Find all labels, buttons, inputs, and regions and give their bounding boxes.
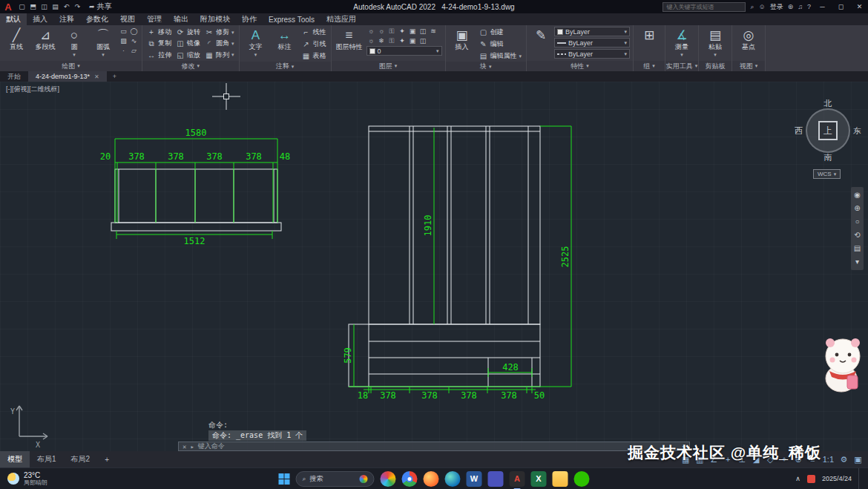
viewcube-south[interactable]: 南 <box>824 152 832 163</box>
object-color-dropdown[interactable]: ByLayer ▾ <box>554 27 630 36</box>
ribbon-tab-addins[interactable]: 附加模块 <box>194 13 236 25</box>
taskbar-app-teams[interactable] <box>488 471 504 487</box>
panel-label-layers[interactable]: 图层 ▾ <box>332 61 445 71</box>
scale-button[interactable]: ◱ 缩放 <box>174 50 202 61</box>
layout2-tab[interactable]: 布局2 <box>64 451 98 467</box>
layer-unlock-icon[interactable]: ⚿ <box>387 36 397 45</box>
mirror-button[interactable]: ◫ 镜像 <box>174 38 202 49</box>
edit-block-button[interactable]: ✎ 编辑 <box>478 39 524 50</box>
orbit-icon[interactable]: ⟲ <box>854 232 860 239</box>
taskbar-app-photos[interactable] <box>381 471 396 487</box>
show-desktop-button[interactable] <box>858 468 861 489</box>
zoom-icon[interactable]: ○ <box>855 218 859 226</box>
linetype-dropdown[interactable]: ByLayer ▾ <box>554 49 630 59</box>
viewcube-face[interactable]: 上 <box>818 121 838 140</box>
clock-date[interactable]: 2025/4/24 <box>822 475 852 482</box>
layer-off-icon[interactable]: ☼ <box>366 27 376 36</box>
rotate-button[interactable]: ⟳ 旋转 <box>174 27 202 38</box>
layer-delete-icon[interactable]: ◫ <box>418 36 428 45</box>
ellipse-icon[interactable]: ◯ <box>129 27 139 36</box>
lineweight-dropdown[interactable]: ByLayer ▾ <box>554 38 630 47</box>
paste-button[interactable]: ▤ 粘贴 ▾ <box>702 27 729 61</box>
weather-widget[interactable]: 23°C 局部晴朗 <box>0 471 47 486</box>
layer-isolate-icon[interactable]: ☼ <box>377 27 387 36</box>
arc-button[interactable]: ⌒ 圆弧 ▾ <box>90 27 116 61</box>
signin-person-icon[interactable]: ☺ <box>758 3 765 10</box>
ribbon-tab-annotate[interactable]: 注释 <box>53 13 80 25</box>
layer-on-icon[interactable]: ☼ <box>366 36 376 45</box>
model-tab[interactable]: 模型 <box>0 451 30 467</box>
panel-label-properties[interactable]: 特性 ▾ <box>527 61 633 71</box>
layer-walk-icon[interactable]: ≋ <box>429 27 438 36</box>
measure-button[interactable]: ∡ 测量 ▾ <box>668 27 695 61</box>
viewcube[interactable]: 上 北 南 东 西 <box>806 108 850 153</box>
ribbon-tab-view[interactable]: 视图 <box>114 13 141 25</box>
text-button[interactable]: A 文字 ▾ <box>243 27 269 62</box>
copy-button[interactable]: ⧉ 复制 <box>145 38 173 49</box>
command-close-icon[interactable]: ✕ <box>183 443 186 450</box>
fullscreen-icon[interactable]: ▣ <box>854 455 862 465</box>
signin-label[interactable]: 登录 <box>770 2 783 12</box>
group-button[interactable]: ⊞ <box>637 27 662 61</box>
taskbar-app-excel[interactable]: X <box>531 471 547 487</box>
trim-button[interactable]: ✂ 修剪 ▾ <box>203 27 236 38</box>
layer-merge-icon[interactable]: ▣ <box>408 36 418 45</box>
undo-icon[interactable]: ↶ <box>61 3 72 10</box>
layer-properties-button[interactable]: ≡ 图层特性 <box>335 27 364 61</box>
app-store-icon[interactable]: ⊛ <box>788 3 794 10</box>
new-icon[interactable]: ▢ <box>16 3 27 10</box>
leader-button[interactable]: ↗ 引线 <box>300 39 328 50</box>
layer-prev-icon[interactable]: ✦ <box>398 36 407 45</box>
panel-label-draw[interactable]: 绘图 ▾ <box>0 61 142 71</box>
taskbar-app-file-explorer[interactable] <box>553 471 568 487</box>
new-tab-button[interactable]: + <box>107 71 122 82</box>
pan-icon[interactable]: ⊕ <box>854 205 860 212</box>
insert-block-button[interactable]: ▣ 插入 <box>449 27 476 62</box>
viewcube-north[interactable]: 北 <box>824 98 832 109</box>
ribbon-tab-parametric[interactable]: 参数化 <box>80 13 114 25</box>
fillet-button[interactable]: ◜ 圆角 ▾ <box>203 38 236 49</box>
navbar-more-icon[interactable]: ▾ <box>855 258 859 266</box>
layer-thaw-icon[interactable]: ❄ <box>377 36 387 45</box>
array-button[interactable]: ▦ 阵列 ▾ <box>203 50 236 61</box>
panel-label-groups[interactable]: 组 ▾ <box>634 61 665 71</box>
ribbon-tab-manage[interactable]: 管理 <box>141 13 168 25</box>
open-icon[interactable]: ⬒ <box>27 3 39 10</box>
minimize-button[interactable]: ─ <box>815 0 829 13</box>
new-layout-button[interactable]: + <box>97 451 116 467</box>
close-tab-icon[interactable]: ✕ <box>94 73 99 80</box>
plot-icon[interactable]: ▤ <box>50 3 61 10</box>
base-view-button[interactable]: ◎ 基点 <box>735 27 762 61</box>
help-icon[interactable]: ? <box>807 3 811 10</box>
taskbar-search[interactable]: ⌕ 搜索 <box>296 471 375 487</box>
viewcube-east[interactable]: 东 <box>853 125 861 137</box>
tray-chevron-icon[interactable]: ∧ <box>795 475 800 482</box>
taskbar-app-word[interactable]: W <box>467 471 482 487</box>
drawing-canvas[interactable]: [-][俯视][二维线框] <box>0 82 868 451</box>
viewport-controls[interactable]: [-][俯视][二维线框] <box>6 85 59 94</box>
ribbon-tab-home[interactable]: 默认 <box>0 13 27 25</box>
file-tab-document[interactable]: 4-24-demo1-9-13* ✕ <box>28 71 107 82</box>
save-icon[interactable]: ◫ <box>39 3 50 10</box>
taskbar-app-firefox[interactable] <box>424 471 439 487</box>
navigation-wheel-icon[interactable]: ◉ <box>854 191 861 199</box>
hatch-icon[interactable]: ▨ <box>119 36 128 45</box>
taskbar-app-chrome[interactable] <box>402 471 418 487</box>
workspace-gear-icon[interactable]: ⚙ <box>840 455 848 465</box>
create-block-button[interactable]: ▢ 创建 <box>478 27 524 38</box>
close-button[interactable]: ✕ <box>852 0 867 13</box>
taskbar-app-edge[interactable] <box>445 471 461 487</box>
move-button[interactable]: + 移动 <box>145 27 173 38</box>
ribbon-tab-insert[interactable]: 插入 <box>27 13 53 25</box>
table-button[interactable]: ▦ 表格 <box>300 50 328 62</box>
panel-label-view[interactable]: 视图 ▾ <box>732 61 765 71</box>
layer-lock-icon[interactable]: ⚿ <box>387 27 397 36</box>
panel-label-utilities[interactable]: 实用工具 ▾ <box>665 61 698 71</box>
share-button[interactable]: ➦ 共享 <box>89 1 112 12</box>
panel-label-annotation[interactable]: 注释 ▾ <box>240 62 331 71</box>
rectangle-icon[interactable]: ▭ <box>119 27 128 36</box>
line-button[interactable]: ╱ 直线 <box>3 27 30 61</box>
annotation-scale-icon[interactable]: 1:1 <box>823 455 834 464</box>
ribbon-tab-output[interactable]: 输出 <box>168 13 194 25</box>
showmotion-icon[interactable]: ▤ <box>854 245 861 252</box>
